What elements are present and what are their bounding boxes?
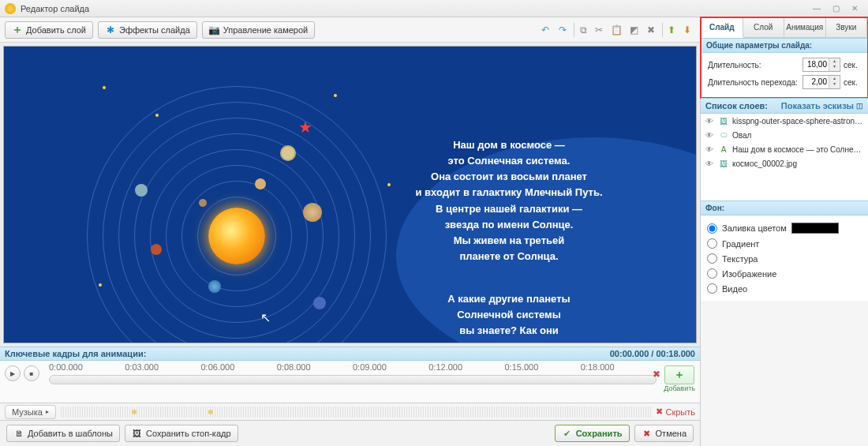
play-button[interactable]: ▶ <box>5 365 21 381</box>
bg-radio[interactable] <box>707 238 717 249</box>
bg-radio[interactable] <box>707 223 717 234</box>
add-layer-button[interactable]: ＋ Добавить слой <box>5 21 93 39</box>
slide-canvas[interactable]: ★ ★ Наш дом в космосе — это Солнечная си… <box>3 46 697 343</box>
layer-type-icon: ⬭ <box>718 129 729 141</box>
add-to-templates-button[interactable]: 🗎 Добавить в шаблоны <box>6 425 120 442</box>
close-button[interactable]: ✕ <box>846 3 863 14</box>
layer-name: Наш дом в космосе — это Солнечная... <box>732 145 863 154</box>
maximize-button[interactable]: ▢ <box>827 3 844 14</box>
paste-icon[interactable]: 📋 <box>608 22 624 38</box>
duration-unit: сек. <box>844 61 861 69</box>
general-params-header: Общие параметры слайда: <box>702 38 867 53</box>
layer-name: космос_00002.jpg <box>732 159 863 168</box>
hide-button[interactable]: ✖ Скрыть <box>656 407 695 417</box>
move-down-icon[interactable]: ⬇ <box>679 22 695 38</box>
bottom-bar: 🗎 Добавить в шаблоны 🖼 Сохранить стоп-ка… <box>0 421 700 446</box>
cut-icon[interactable]: ✂ <box>591 22 607 38</box>
layer-row[interactable]: 👁 🖼 космос_00002.jpg <box>701 156 868 171</box>
timeline-ruler: 0:00.0000:03.0000:06.0000:08.0000:09.000… <box>49 362 657 372</box>
layer-row[interactable]: 👁 ⬭ Овал <box>701 128 868 142</box>
slide-effects-button[interactable]: ✱ Эффекты слайда <box>98 21 197 39</box>
new-icon[interactable]: ◩ <box>626 22 642 38</box>
tab-слайд[interactable]: Слайд <box>702 18 743 38</box>
background-options: Заливка цветомГрадиентТекстураИзображени… <box>701 216 868 301</box>
layers-header: Список слоев: Показать эскизы ◫ <box>701 98 868 114</box>
layer-name: kisspng-outer-space-sphere-astronomi... <box>732 117 863 126</box>
snapshot-icon: 🖼 <box>132 428 143 439</box>
tab-звуки[interactable]: Звуки <box>826 18 868 37</box>
mouse-cursor: ↖ <box>260 310 271 325</box>
red-star: ★ <box>71 339 94 343</box>
visibility-icon[interactable]: 👁 <box>705 131 715 140</box>
bg-option-1[interactable]: Градиент <box>707 236 862 251</box>
layer-name: Овал <box>732 131 863 140</box>
sparkle-icon: ✱ <box>105 24 116 36</box>
sun <box>208 208 265 264</box>
stop-button[interactable]: ■ <box>24 365 39 381</box>
minimize-button[interactable]: — <box>808 3 825 14</box>
save-button[interactable]: ✔ Сохранить <box>555 425 630 442</box>
visibility-icon[interactable]: 👁 <box>705 159 715 168</box>
effects-label: Эффекты слайда <box>119 25 190 35</box>
music-button[interactable]: Музыка▸ <box>5 405 56 419</box>
window-title: Редактор слайда <box>21 4 89 13</box>
transition-unit: сек. <box>844 78 861 87</box>
cancel-icon: ✖ <box>642 428 653 439</box>
delete-icon[interactable]: ✖ <box>643 22 659 38</box>
main-toolbar: ＋ Добавить слой ✱ Эффекты слайда 📷 Управ… <box>0 17 700 43</box>
slide-text-question: А какие другие планеты Солнечной системы… <box>406 291 612 343</box>
app-icon <box>5 3 16 14</box>
tab-анимация[interactable]: Анимация <box>784 18 826 37</box>
layer-type-icon: 🖼 <box>718 115 729 126</box>
bg-radio[interactable] <box>707 283 717 294</box>
timeline-track[interactable] <box>49 375 657 384</box>
undo-icon[interactable]: ↶ <box>537 22 553 38</box>
layer-row[interactable]: 👁 A Наш дом в космосе — это Солнечная... <box>701 142 868 156</box>
timeline-header-label: Ключевые кадры для анимации: <box>5 349 146 358</box>
bg-option-4[interactable]: Видео <box>707 281 862 296</box>
bg-option-2[interactable]: Текстура <box>707 251 862 266</box>
plus-icon: ＋ <box>12 24 23 36</box>
audio-waveform[interactable] <box>61 407 652 418</box>
show-thumbnails-link[interactable]: Показать эскизы ◫ <box>781 101 863 111</box>
music-row: Музыка▸ ✖ Скрыть <box>0 403 700 421</box>
save-still-button[interactable]: 🖼 Сохранить стоп-кадр <box>125 425 238 442</box>
tab-слой[interactable]: Слой <box>743 18 785 37</box>
transition-input[interactable]: 2,00 <box>803 75 840 89</box>
duration-input[interactable]: 18,00 <box>803 58 840 72</box>
visibility-icon[interactable]: 👁 <box>705 145 715 154</box>
visibility-icon[interactable]: 👁 <box>705 117 715 126</box>
bg-option-3[interactable]: Изображение <box>707 266 862 281</box>
color-swatch[interactable] <box>791 223 839 234</box>
timeline: ▶ ■ 0:00.0000:03.0000:06.0000:08.0000:09… <box>0 361 700 403</box>
add-keyframe-label: Добавить <box>664 384 695 392</box>
close-icon: ✖ <box>656 407 663 417</box>
add-keyframe-button[interactable]: ＋ <box>664 365 694 384</box>
timeline-time: 00:00.000 / 00:18.000 <box>610 349 695 358</box>
move-up-icon[interactable]: ⬆ <box>662 22 678 38</box>
timeline-header: Ключевые кадры для анимации: 00:00.000 /… <box>0 347 700 361</box>
redo-icon[interactable]: ↷ <box>555 22 571 38</box>
slide-text-main: Наш дом в космосе — это Солнечная систем… <box>383 137 635 264</box>
layer-row[interactable]: 👁 🖼 kisspng-outer-space-sphere-astronomi… <box>701 114 868 128</box>
duration-label: Длительность: <box>708 61 799 69</box>
cancel-button[interactable]: ✖ Отмена <box>634 425 694 442</box>
check-icon: ✔ <box>562 428 573 439</box>
copy-icon[interactable]: ⧉ <box>574 22 589 38</box>
transition-label: Длительность перехода: <box>708 78 799 87</box>
bg-radio[interactable] <box>707 253 717 264</box>
titlebar: Редактор слайда — ▢ ✕ <box>0 0 868 17</box>
panel-tabs: СлайдСлойАнимацияЗвуки <box>702 18 867 38</box>
add-layer-label: Добавить слой <box>26 25 86 35</box>
camera-control-button[interactable]: 📷 Управление камерой <box>202 21 315 39</box>
camera-label: Управление камерой <box>223 25 308 35</box>
red-star: ★ <box>298 118 312 137</box>
layers-list: 👁 🖼 kisspng-outer-space-sphere-astronomi… <box>701 114 868 201</box>
template-icon: 🗎 <box>13 428 24 439</box>
delete-keyframe-icon[interactable]: ✖ <box>653 369 660 380</box>
bg-radio[interactable] <box>707 268 717 279</box>
camera-icon: 📷 <box>209 24 220 36</box>
properties-panel: СлайдСлойАнимацияЗвуки Общие параметры с… <box>701 17 868 446</box>
layer-type-icon: A <box>718 144 729 155</box>
bg-option-0[interactable]: Заливка цветом <box>707 220 862 236</box>
